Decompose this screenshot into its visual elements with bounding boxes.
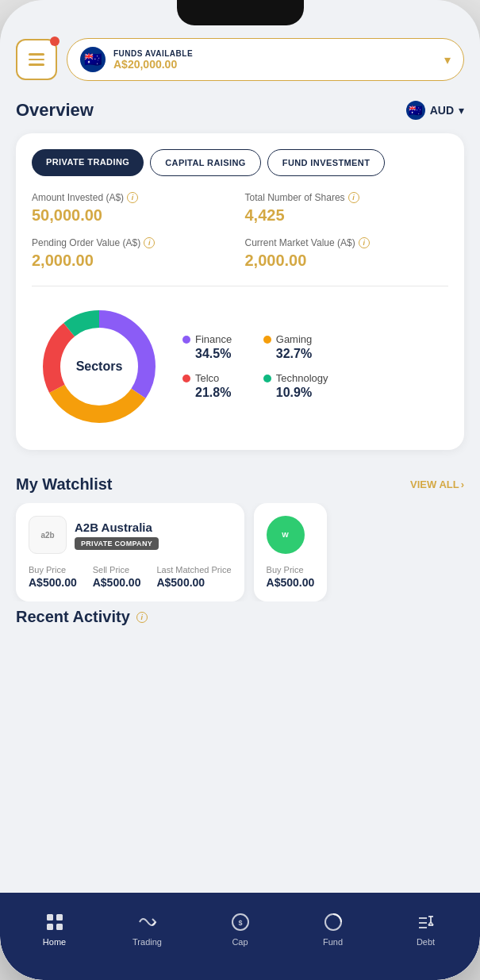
nav-debt-label: Debt: [417, 937, 435, 947]
chart-legend: Finance 34.5% Gaming 32.7%: [182, 333, 328, 400]
legend-header-telco: Telco: [182, 372, 248, 384]
info-icon-1: i: [348, 192, 359, 203]
nav-fund[interactable]: Fund: [309, 911, 357, 947]
overview-title: Overview: [16, 100, 94, 121]
legend-gaming: Gaming 32.7%: [263, 333, 328, 361]
company-header: a2b A2B Australia PRIVATE COMPANY: [29, 516, 232, 554]
legend-dot-technology: [263, 375, 271, 382]
partial-company-logo: W: [267, 516, 305, 554]
overview-card: PRIVATE TRADING CAPITAL RAISING FUND INV…: [16, 133, 464, 450]
tab-capital-raising[interactable]: CAPITAL RAISING: [150, 149, 261, 176]
hamburger-icon: [29, 53, 44, 66]
watchlist-card-partial[interactable]: W Buy Price A$500.00: [254, 503, 328, 601]
currency-flag: 🇦🇺: [406, 101, 425, 120]
partial-logo: W: [267, 516, 315, 554]
watchlist-card-a2b[interactable]: a2b A2B Australia PRIVATE COMPANY Buy Pr…: [16, 503, 244, 601]
svg-text:$: $: [238, 919, 242, 927]
legend-dot-gaming: [263, 336, 271, 344]
stat-label-1: Total Number of Shares i: [245, 192, 449, 203]
info-icon-3: i: [359, 237, 370, 248]
notification-dot: [50, 37, 60, 46]
stat-label-0: Amount Invested (A$) i: [32, 192, 236, 203]
watchlist-scroll[interactable]: a2b A2B Australia PRIVATE COMPANY Buy Pr…: [0, 503, 480, 601]
watchlist-title: My Watchlist: [16, 475, 113, 494]
partial-buy-price: Buy Price A$500.00: [267, 565, 315, 589]
svg-rect-1: [56, 914, 63, 920]
legend-value-technology: 10.9%: [263, 386, 328, 400]
funds-label: FUNDS AVAILABLE: [113, 49, 193, 58]
nav-debt[interactable]: Debt: [402, 911, 450, 947]
price-row: Buy Price A$500.00 Sell Price A$500.00 L…: [29, 565, 232, 589]
legend-header-gaming: Gaming: [263, 333, 328, 345]
info-icon-0: i: [127, 192, 138, 203]
legend-dot-finance: [182, 336, 190, 344]
legend-value-telco: 21.8%: [182, 386, 248, 400]
company-badge: PRIVATE COMPANY: [75, 537, 159, 550]
tab-private-trading[interactable]: PRIVATE TRADING: [32, 149, 144, 176]
buy-price-label: Buy Price: [29, 565, 77, 575]
stat-amount-invested: Amount Invested (A$) i 50,000.00: [32, 192, 236, 225]
legend-value-finance: 34.5%: [182, 347, 248, 361]
tab-fund-investment[interactable]: FUND INVESTMENT: [267, 149, 386, 176]
nav-fund-label: Fund: [323, 937, 343, 947]
phone-notch: [177, 0, 304, 25]
home-icon: [44, 911, 66, 933]
stat-value-0: 50,000.00: [32, 206, 236, 225]
stat-value-1: 4,425: [245, 206, 449, 225]
currency-text: AUD: [430, 104, 454, 117]
legend-finance: Finance 34.5%: [182, 333, 248, 361]
funds-amount: A$20,000.00: [113, 58, 193, 71]
nav-home[interactable]: Home: [31, 911, 79, 947]
buy-price-value: A$500.00: [29, 576, 77, 589]
bottom-nav: Home Trading $: [0, 893, 480, 980]
aus-flag: 🇦🇺: [80, 47, 106, 72]
svg-rect-3: [56, 924, 63, 930]
legend-dot-telco: [182, 375, 190, 382]
watchlist-header: My Watchlist VIEW ALL ›: [0, 463, 480, 503]
stat-label-3: Current Market Value (A$) i: [245, 237, 449, 248]
legend-value-gaming: 32.7%: [263, 347, 328, 361]
donut-label: Sectors: [76, 359, 123, 374]
legend-technology: Technology 10.9%: [263, 372, 328, 400]
recent-activity-title: Recent Activity i: [16, 608, 464, 626]
view-all-button[interactable]: VIEW ALL ›: [410, 478, 464, 490]
nav-cap[interactable]: $ Cap: [217, 911, 264, 947]
stat-value-2: 2,000.00: [32, 252, 236, 270]
stat-label-2: Pending Order Value (A$) i: [32, 237, 236, 248]
buy-price-item: Buy Price A$500.00: [29, 565, 77, 589]
recent-info-icon: i: [136, 612, 148, 623]
nav-trading[interactable]: Trading: [124, 911, 171, 947]
stat-pending-order: Pending Order Value (A$) i 2,000.00: [32, 237, 236, 270]
info-icon-2: i: [144, 237, 155, 248]
overview-header: Overview 🇦🇺 AUD ▾: [16, 100, 464, 121]
partial-buy-value: A$500.00: [267, 576, 315, 589]
company-logo-a2b: a2b: [29, 516, 67, 554]
last-price-value: A$500.00: [156, 576, 231, 589]
menu-button[interactable]: [16, 39, 57, 80]
cap-icon: $: [229, 911, 252, 933]
trading-icon: [136, 911, 159, 933]
legend-telco: Telco 21.8%: [182, 372, 248, 400]
overview-section: Overview 🇦🇺 AUD ▾ PRIVATE TRADING CAPITA…: [0, 94, 480, 463]
stat-total-shares: Total Number of Shares i 4,425: [245, 192, 449, 225]
sell-price-item: Sell Price A$500.00: [93, 565, 141, 589]
currency-selector[interactable]: 🇦🇺 AUD ▾: [406, 101, 464, 120]
last-price-item: Last Matched Price A$500.00: [156, 565, 231, 589]
tabs-row: PRIVATE TRADING CAPITAL RAISING FUND INV…: [32, 149, 448, 176]
funds-pill[interactable]: 🇦🇺 FUNDS AVAILABLE A$20,000.00 ▾: [67, 38, 464, 81]
sell-price-value: A$500.00: [93, 576, 141, 589]
company-info: A2B Australia PRIVATE COMPANY: [75, 521, 159, 550]
funds-info: FUNDS AVAILABLE A$20,000.00: [113, 49, 193, 71]
stat-value-3: 2,000.00: [245, 252, 449, 270]
chevron-right-icon: ›: [461, 478, 464, 490]
donut-chart: Sectors: [32, 299, 167, 434]
svg-rect-2: [47, 924, 53, 930]
recent-activity-section: Recent Activity i: [0, 601, 480, 639]
sell-price-label: Sell Price: [93, 565, 141, 575]
nav-cap-label: Cap: [232, 937, 248, 947]
nav-home-label: Home: [43, 937, 66, 947]
last-price-label: Last Matched Price: [156, 565, 231, 575]
chart-row: Sectors Finance 34.5%: [32, 299, 448, 434]
nav-trading-label: Trading: [132, 937, 162, 947]
company-name: A2B Australia: [75, 521, 159, 534]
